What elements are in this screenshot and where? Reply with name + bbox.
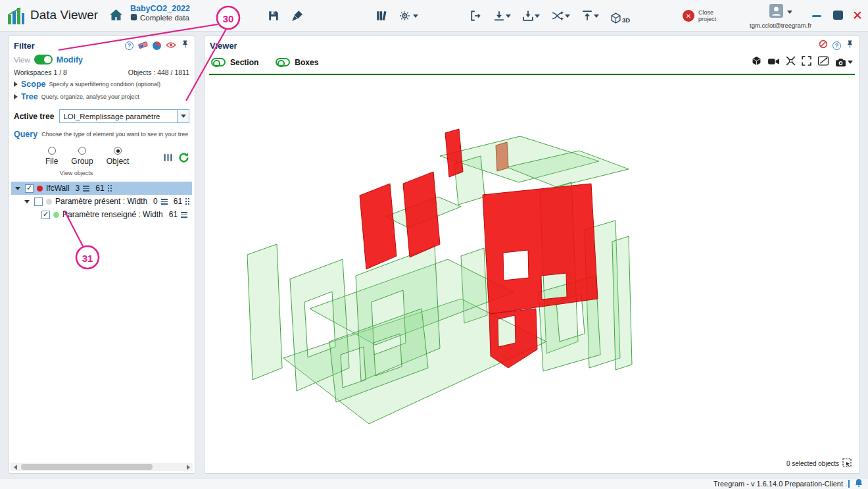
screenshot-icon[interactable]	[835, 58, 853, 66]
chevron-down-icon[interactable]	[506, 14, 511, 18]
tree-row-param-renseigne[interactable]: Paramètre renseigné : Width 61	[11, 208, 192, 221]
tree-count: 61	[95, 184, 104, 193]
status-divider	[848, 480, 850, 488]
fullscreen-icon[interactable]	[802, 56, 811, 68]
query-label: Query	[14, 130, 37, 139]
project-name[interactable]: BabyCO2_2022	[130, 4, 190, 13]
scrollbar-thumb[interactable]	[21, 464, 153, 470]
chevron-down-icon[interactable]	[594, 14, 599, 18]
tree-row-ifcwall[interactable]: IfcWall 3 61	[11, 182, 192, 195]
chevron-down-icon[interactable]	[535, 14, 540, 18]
close-project-button[interactable]: Close project	[683, 9, 716, 23]
pin-icon[interactable]	[846, 39, 854, 51]
user-avatar-icon[interactable]	[769, 4, 783, 20]
view-modify-toggle[interactable]	[34, 55, 53, 64]
display-options-icon[interactable]	[397, 8, 420, 24]
expand-arrow-icon[interactable]	[14, 94, 18, 99]
section-disabled-icon[interactable]	[819, 39, 828, 51]
scroll-left-button[interactable]	[11, 463, 20, 471]
list-icon[interactable]	[83, 186, 89, 192]
radio-object[interactable]: Object	[107, 147, 130, 166]
cameras-icon[interactable]	[767, 57, 780, 68]
tree-section[interactable]: Tree Query, organize, analyse your proje…	[9, 92, 195, 101]
isolate-cube-icon[interactable]	[752, 56, 761, 68]
maximize-button[interactable]	[830, 7, 846, 23]
checkbox[interactable]	[34, 197, 43, 206]
grid-icon[interactable]	[185, 198, 187, 199]
home-icon[interactable]	[108, 7, 124, 22]
tree-count: 61	[174, 197, 182, 206]
collapse-arrow-icon[interactable]	[14, 187, 22, 190]
download-icon[interactable]	[492, 8, 513, 24]
radio-label: File	[45, 157, 58, 166]
scroll-right-button[interactable]	[183, 463, 193, 471]
expand-arrow-icon[interactable]	[14, 82, 18, 87]
library-icon[interactable]	[374, 8, 389, 24]
export-icon[interactable]	[468, 8, 484, 24]
viewer-separator-line	[209, 74, 855, 75]
refresh-icon[interactable]	[178, 152, 189, 166]
radio-circle[interactable]	[78, 147, 86, 155]
window-close-button[interactable]	[850, 7, 865, 23]
radio-file[interactable]: File	[45, 147, 58, 166]
selection-box-icon[interactable]	[842, 458, 852, 469]
active-tree-select[interactable]: LOI_Remplissage paramètre	[59, 109, 189, 123]
help-icon[interactable]	[832, 41, 841, 50]
tree-count: 3	[76, 184, 80, 193]
close-project-icon[interactable]	[683, 10, 694, 22]
brush-icon[interactable]	[289, 8, 305, 24]
grid-icon[interactable]	[108, 185, 109, 186]
chevron-down-icon[interactable]	[413, 14, 418, 18]
measure-icon[interactable]	[817, 56, 829, 68]
boxes-toggle[interactable]: Boxes	[276, 58, 318, 67]
help-icon[interactable]	[125, 41, 133, 50]
horizontal-scrollbar[interactable]	[11, 463, 193, 471]
workspaces-count: Workspaces 1 / 8	[14, 68, 67, 76]
collapse-arrow-icon[interactable]	[23, 200, 31, 203]
section-toggle-icon[interactable]	[211, 58, 226, 66]
status-dot-gray	[46, 199, 52, 205]
scope-label[interactable]: Scope	[21, 80, 46, 89]
scope-section[interactable]: Scope Specify a superfiltering condition…	[9, 80, 195, 89]
viewer-panel: Viewer Section Boxes	[204, 36, 860, 474]
checkbox[interactable]	[41, 211, 50, 219]
3d-model-view[interactable]	[206, 85, 859, 456]
boxes-toggle-icon[interactable]	[276, 58, 290, 66]
notifications-bell-icon[interactable]	[855, 478, 863, 489]
tree-label[interactable]: Tree	[21, 92, 38, 101]
upload-icon[interactable]	[580, 8, 601, 24]
columns-icon[interactable]	[163, 153, 173, 165]
minimize-button[interactable]	[809, 8, 825, 24]
list-icon[interactable]	[181, 212, 187, 218]
checkbox[interactable]	[25, 184, 34, 193]
radio-circle[interactable]	[114, 147, 122, 155]
viewer-panel-title: Viewer	[210, 41, 237, 51]
chevron-down-icon[interactable]	[565, 14, 570, 18]
radio-group[interactable]: Group	[71, 147, 93, 166]
fit-view-icon[interactable]	[786, 56, 796, 68]
tree-row-param-present[interactable]: Paramètre présent : Width 0 61	[11, 195, 192, 208]
user-account[interactable]: tgm.cclot@treegram.fr	[750, 4, 811, 29]
chevron-down-icon[interactable]	[848, 61, 853, 64]
eye-icon[interactable]	[166, 39, 176, 51]
project-info[interactable]: BabyCO2_2022 Complete data	[130, 4, 190, 22]
pin-icon[interactable]	[181, 39, 189, 51]
chevron-down-icon[interactable]	[177, 110, 189, 122]
tree-count: 0	[153, 197, 158, 206]
pie-chart-icon[interactable]	[153, 41, 161, 50]
list-icon[interactable]	[161, 199, 168, 205]
section-toggle[interactable]: Section	[211, 58, 258, 67]
radio-circle[interactable]	[48, 147, 56, 155]
project-subtitle: Complete data	[140, 14, 189, 22]
shuffle-icon[interactable]	[550, 8, 572, 24]
import-icon[interactable]	[521, 8, 542, 24]
view-3d-icon[interactable]: 3D	[609, 8, 631, 24]
eraser-icon[interactable]	[138, 39, 148, 51]
chevron-down-icon[interactable]	[787, 11, 792, 14]
scrollbar-track[interactable]	[20, 463, 183, 471]
query-tree: IfcWall 3 61 Paramètre présent : Width 0…	[9, 182, 195, 221]
save-icon[interactable]	[266, 8, 281, 24]
tree-item-label: Paramètre présent : Width	[55, 197, 147, 206]
view-mode-label: View	[14, 56, 30, 64]
tree-item-label: Paramètre renseigné : Width	[62, 210, 163, 219]
